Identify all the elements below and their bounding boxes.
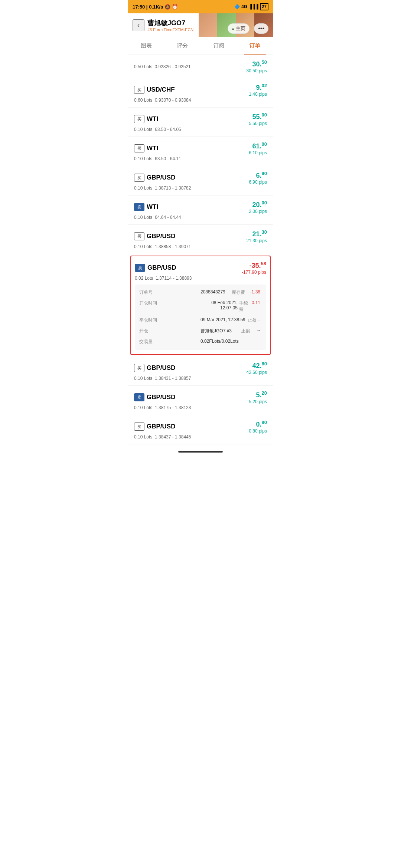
- storage-fee-label: 库存费: [232, 288, 245, 297]
- trade-profit-1: 30.50: [247, 59, 267, 68]
- trade-left-10: 卖 GBP/USD: [134, 393, 175, 401]
- trade-symbol-9: GBP/USD: [147, 364, 175, 372]
- trade-item-8[interactable]: 卖 GBP/USD -35.58 -177.90 pips 0.02 Lots …: [130, 256, 271, 355]
- trade-badge-4: 买: [134, 144, 144, 152]
- home-button[interactable]: ≡ 主页: [228, 23, 250, 34]
- trade-profit-10: 5.20: [249, 390, 267, 399]
- trade-item-1[interactable]: 0.50 Lots 0.92826 - 0.92521 30.50 30.50 …: [128, 55, 273, 78]
- storage-fee-value: -1.38: [250, 288, 262, 297]
- volume-label: 交易量: [139, 338, 200, 346]
- trade-pips-1: 30.50 pips: [247, 68, 267, 73]
- trade-symbol-6: WTI: [147, 203, 158, 211]
- trade-detail-2: 0.60 Lots 0.93070 - 0.93084: [134, 98, 267, 103]
- trade-value-7: 21.30 21.30 pips: [247, 229, 267, 243]
- trade-pips-4: 6.10 pips: [249, 150, 267, 155]
- trade-pips-8: -177.90 pips: [242, 270, 266, 275]
- more-button[interactable]: •••: [254, 23, 268, 34]
- trade-pips-3: 5.50 pips: [249, 121, 267, 126]
- trade-left-2: 买 USD/CHF: [134, 86, 175, 94]
- trade-left-11: 买 GBP/USD: [134, 423, 175, 431]
- trade-price-1: 0.92826 - 0.92521: [154, 64, 190, 69]
- trade-badge-3: 买: [134, 115, 144, 123]
- volume-value: 0.02FLots/0.02Lots: [200, 338, 240, 345]
- trade-symbol-7: GBP/USD: [147, 233, 175, 240]
- tabs: 图表 评分 订阅 订单: [128, 37, 273, 55]
- trade-pips-7: 21.30 pips: [247, 238, 267, 243]
- menu-icon: ≡: [232, 26, 235, 32]
- header-info: 曹旭敏JGO7 #3 ForexTimeFXTM-ECN: [147, 19, 193, 32]
- avatar-1: [199, 13, 217, 37]
- trade-profit-5: 6.90: [249, 171, 267, 180]
- tab-rating[interactable]: 评分: [164, 37, 201, 55]
- trade-left-8: 卖 GBP/USD: [135, 264, 176, 272]
- trade-left-7: 买 GBP/USD: [134, 232, 175, 240]
- trade-left-5: 买 GBP/USD: [134, 174, 175, 182]
- trade-detail-10: 0.10 Lots 1.38175 - 1.38123: [134, 405, 267, 410]
- trade-pips-6: 2.00 pips: [249, 209, 267, 214]
- trade-pips-9: 42.60 pips: [247, 370, 267, 375]
- stop-loss-value: --: [257, 327, 262, 335]
- trade-value-11: 0.80 0.80 pips: [249, 420, 267, 434]
- trade-badge-2: 买: [134, 86, 144, 94]
- handling-fee-label: 手续费: [239, 299, 250, 314]
- trade-item-10[interactable]: 卖 GBP/USD 5.20 5.20 pips 0.10 Lots 1.381…: [128, 386, 273, 415]
- trade-value-10: 5.20 5.20 pips: [249, 390, 267, 404]
- more-icon: •••: [258, 25, 264, 32]
- trade-badge-11: 买: [134, 423, 144, 431]
- back-icon: ‹: [137, 21, 140, 29]
- trade-value-8: -35.58 -177.90 pips: [242, 261, 266, 275]
- open-position-label: 开仓: [139, 327, 200, 335]
- trade-item-2[interactable]: 买 USD/CHF 9.02 1.40 pips 0.60 Lots 0.930…: [128, 78, 273, 108]
- trade-item-7[interactable]: 买 GBP/USD 21.30 21.30 pips 0.10 Lots 1.3…: [128, 225, 273, 254]
- trade-item-5[interactable]: 买 GBP/USD 6.90 6.90 pips 0.10 Lots 1.387…: [128, 166, 273, 195]
- trade-left-6: 卖 WTI: [134, 203, 158, 211]
- tab-orders[interactable]: 订单: [237, 37, 273, 55]
- trade-badge-10: 卖: [134, 393, 144, 401]
- trade-profit-11: 0.80: [249, 420, 267, 428]
- trade-symbol-3: WTI: [147, 115, 158, 123]
- trade-item-4[interactable]: 买 WTI 61.00 6.10 pips 0.10 Lots 63.50 - …: [128, 137, 273, 166]
- trade-left-4: 买 WTI: [134, 144, 158, 152]
- trade-profit-9: 42.60: [247, 361, 267, 370]
- trade-item-11[interactable]: 买 GBP/USD 0.80 0.80 pips 0.10 Lots 1.384…: [128, 415, 273, 444]
- trade-left-3: 买 WTI: [134, 115, 158, 123]
- trade-symbol-2: USD/CHF: [147, 86, 175, 93]
- trade-pips-5: 6.90 pips: [249, 180, 267, 185]
- header-title: 曹旭敏JGO7: [147, 19, 193, 27]
- back-button[interactable]: ‹: [133, 19, 144, 31]
- trade-pips-11: 0.80 pips: [249, 428, 267, 434]
- status-time: 17:50 | 0.1K/s 🔕 ⏰: [133, 4, 178, 10]
- close-time-value: 09 Mar 2021, 12:38:59: [200, 316, 247, 325]
- trade-detail-4: 0.10 Lots 63.50 - 64.11: [134, 156, 267, 161]
- header-subtitle: #3 ForexTimeFXTM-ECN: [147, 27, 193, 32]
- trade-profit-7: 21.30: [247, 229, 267, 238]
- trade-detail-8: 0.02 Lots 1.37114 - 1.38893: [135, 276, 266, 281]
- trade-detail-6: 0.10 Lots 64.64 - 64.44: [134, 215, 267, 220]
- trade-lots-1: 0.50 Lots: [134, 64, 152, 69]
- trade-badge-5: 买: [134, 174, 144, 182]
- trade-profit-4: 61.00: [249, 141, 267, 150]
- open-position-value: 曹旭敏JGO7 #3: [200, 327, 233, 335]
- trade-detail-5: 0.10 Lots 1.38713 - 1.38782: [134, 185, 267, 191]
- open-time-label: 开仓时间: [139, 299, 200, 314]
- trade-value-5: 6.90 6.90 pips: [249, 171, 267, 185]
- trade-item-3[interactable]: 买 WTI 55.00 5.50 pips 0.10 Lots 63.50 - …: [128, 108, 273, 137]
- take-profit-label: 止盈: [248, 316, 257, 325]
- close-time-label: 平仓时间: [139, 316, 200, 325]
- trade-value-9: 42.60 42.60 pips: [247, 361, 267, 375]
- signal-icon: 4G: [241, 4, 247, 9]
- trade-profit-2: 9.02: [249, 83, 267, 92]
- status-right: 🔷 4G ▐▐▐ 27: [234, 3, 268, 10]
- trade-left-9: 买 GBP/USD: [134, 364, 175, 372]
- trade-item-6[interactable]: 卖 WTI 20.00 2.00 pips 0.10 Lots 64.64 - …: [128, 195, 273, 225]
- tab-subscribe[interactable]: 订阅: [200, 37, 237, 55]
- trade-profit-6: 20.00: [249, 200, 267, 209]
- trade-item-9[interactable]: 买 GBP/USD 42.60 42.60 pips 0.10 Lots 1.3…: [128, 356, 273, 386]
- trade-detail-9: 0.10 Lots 1.38431 - 1.38857: [134, 376, 267, 381]
- stop-loss-label: 止损: [241, 327, 250, 335]
- order-no-value: 2088843279: [200, 288, 227, 297]
- tab-chart[interactable]: 图表: [128, 37, 164, 55]
- trade-symbol-11: GBP/USD: [147, 423, 175, 430]
- trade-value-6: 20.00 2.00 pips: [249, 200, 267, 214]
- handling-fee-value: -0.11: [250, 299, 262, 314]
